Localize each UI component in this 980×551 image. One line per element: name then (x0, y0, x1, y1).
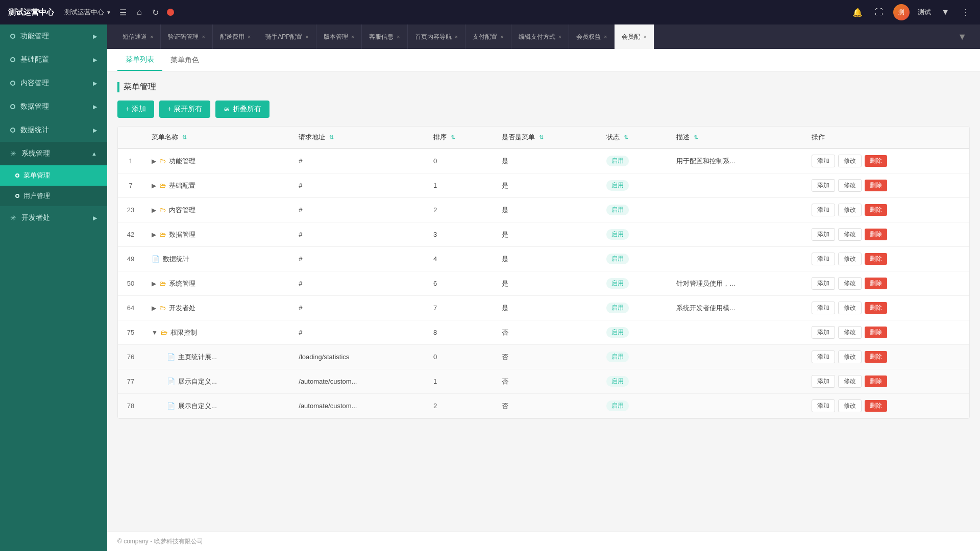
collapse-all-button[interactable]: ≋ 折叠所有 (215, 101, 270, 118)
op-add-button[interactable]: 添加 (812, 253, 835, 265)
expand-btn[interactable]: ▼ (152, 329, 158, 336)
sidebar-sub-item-user-mgmt[interactable]: 用户管理 (0, 186, 107, 206)
more-icon[interactable]: ⋮ (960, 6, 972, 19)
nav-tab-homepage-close[interactable]: × (455, 34, 458, 40)
cell-operations: 添加修改删除 (803, 173, 969, 198)
nav-tab-version-close[interactable]: × (351, 34, 354, 40)
nav-tab-vip-close[interactable]: × (604, 34, 607, 40)
user-chevron-icon[interactable]: ▼ (939, 6, 951, 19)
nav-tab-sms[interactable]: 短信通道 × (115, 24, 161, 49)
sidebar-sub-item-menu-mgmt[interactable]: 菜单管理 (0, 165, 107, 186)
sidebar-item-func[interactable]: 功能管理 ▶ (0, 24, 107, 48)
refresh-icon[interactable]: ↻ (150, 6, 161, 19)
op-add-button[interactable]: 添加 (812, 302, 835, 314)
op-delete-button[interactable]: 删除 (865, 351, 887, 363)
nav-tab-payment-close[interactable]: × (500, 34, 503, 40)
op-add-button[interactable]: 添加 (812, 399, 835, 412)
op-delete-button[interactable]: 删除 (865, 302, 887, 314)
nav-tab-rider-close[interactable]: × (305, 34, 308, 40)
nav-tab-rider[interactable]: 骑手APP配置 × (258, 24, 316, 49)
op-add-button[interactable]: 添加 (812, 326, 835, 339)
nav-tab-payment[interactable]: 支付配置 × (465, 24, 511, 49)
cell-name: ▶🗁内容管理 (143, 198, 290, 222)
op-edit-button[interactable]: 修改 (838, 277, 862, 290)
op-edit-button[interactable]: 修改 (838, 179, 862, 192)
sidebar-item-stats[interactable]: 数据统计 ▶ (0, 118, 107, 142)
nav-tab-delivery[interactable]: 配送费用 × (213, 24, 258, 49)
nav-tab-delivery-close[interactable]: × (248, 34, 251, 40)
op-add-button[interactable]: 添加 (812, 277, 835, 290)
nav-tab-service[interactable]: 客服信息 × (362, 24, 407, 49)
nav-tab-vip2[interactable]: 会员配 × (615, 24, 654, 49)
op-edit-button[interactable]: 修改 (838, 302, 862, 314)
sidebar-item-system[interactable]: ✳ 系统管理 ▲ (0, 142, 107, 165)
cell-path: # (290, 271, 425, 296)
expand-btn[interactable]: ▶ (152, 305, 156, 312)
nav-tab-edit-payment[interactable]: 编辑支付方式 × (511, 24, 569, 49)
nav-tab-service-close[interactable]: × (397, 34, 400, 40)
op-edit-button[interactable]: 修改 (838, 399, 862, 412)
bell-icon[interactable]: 🔔 (850, 6, 865, 19)
op-delete-button[interactable]: 删除 (865, 204, 887, 216)
avatar[interactable]: 测 (893, 4, 910, 20)
expand-btn[interactable]: ▶ (152, 231, 156, 238)
nav-tab-sms-close[interactable]: × (150, 34, 153, 40)
nav-tab-verify[interactable]: 验证码管理 × (161, 24, 212, 49)
cell-sort: 8 (425, 320, 494, 345)
expand-btn[interactable]: ▶ (152, 182, 156, 189)
op-edit-button[interactable]: 修改 (838, 204, 862, 216)
col-path: 请求地址 ⇅ (290, 127, 425, 148)
nav-tab-version[interactable]: 版本管理 × (316, 24, 362, 49)
expand-btn[interactable]: ▶ (152, 207, 156, 214)
op-edit-button[interactable]: 修改 (838, 326, 862, 339)
nav-tab-vip[interactable]: 会员权益 × (569, 24, 615, 49)
fullscreen-icon[interactable]: ⛶ (873, 6, 885, 19)
expand-all-button[interactable]: + 展开所有 (159, 101, 210, 118)
op-edit-button[interactable]: 修改 (838, 155, 862, 167)
op-add-button[interactable]: 添加 (812, 155, 835, 167)
sidebar-item-data[interactable]: 数据管理 ▶ (0, 95, 107, 118)
op-add-button[interactable]: 添加 (812, 375, 835, 388)
op-add-button[interactable]: 添加 (812, 204, 835, 216)
op-edit-button[interactable]: 修改 (838, 253, 862, 265)
add-button[interactable]: + 添加 (117, 101, 154, 118)
op-edit-button[interactable]: 修改 (838, 350, 862, 363)
op-add-button[interactable]: 添加 (812, 350, 835, 363)
op-delete-button[interactable]: 删除 (865, 375, 887, 387)
op-add-button[interactable]: 添加 (812, 179, 835, 192)
op-delete-button[interactable]: 删除 (865, 400, 887, 412)
sidebar-label-stats: 数据统计 (20, 126, 49, 135)
nav-tab-vip2-close[interactable]: × (643, 34, 646, 40)
home-icon[interactable]: ⌂ (135, 6, 144, 19)
op-delete-button[interactable]: 删除 (865, 278, 887, 289)
sidebar-item-content[interactable]: 内容管理 ▶ (0, 71, 107, 95)
top-nav-item[interactable]: 测试运营中心 ▼ (64, 8, 111, 17)
op-delete-button[interactable]: 删除 (865, 180, 887, 191)
op-delete-button[interactable]: 删除 (865, 229, 887, 240)
page-tab-menu-list[interactable]: 菜单列表 (117, 49, 162, 71)
nav-tab-more-icon[interactable]: ▼ (952, 32, 972, 42)
nav-tab-verify-close[interactable]: × (202, 34, 205, 40)
op-add-button[interactable]: 添加 (812, 228, 835, 241)
op-delete-button[interactable]: 删除 (865, 253, 887, 265)
cell-status: 启用 (598, 173, 668, 198)
sidebar-item-basic[interactable]: 基础配置 ▶ (0, 48, 107, 71)
cell-sort: 7 (425, 296, 494, 320)
op-edit-button[interactable]: 修改 (838, 228, 862, 241)
sort-menu-icon[interactable]: ⇅ (539, 134, 544, 140)
sort-sort-icon[interactable]: ⇅ (451, 134, 455, 140)
menu-icon[interactable]: ☰ (117, 6, 129, 19)
op-delete-button[interactable]: 删除 (865, 155, 887, 167)
sort-status-icon[interactable]: ⇅ (624, 134, 628, 140)
nav-tab-homepage[interactable]: 首页内容导航 × (408, 24, 465, 49)
nav-tab-edit-payment-close[interactable]: × (558, 34, 561, 40)
op-delete-button[interactable]: 删除 (865, 327, 887, 338)
sort-desc-icon[interactable]: ⇅ (694, 134, 698, 140)
page-tab-menu-role[interactable]: 菜单角色 (162, 49, 207, 71)
expand-btn[interactable]: ▶ (152, 158, 156, 165)
op-edit-button[interactable]: 修改 (838, 375, 862, 388)
sort-path-icon[interactable]: ⇅ (329, 134, 334, 140)
expand-btn[interactable]: ▶ (152, 280, 156, 287)
sidebar-item-developer[interactable]: ✳ 开发者处 ▶ (0, 206, 107, 230)
sort-name-icon[interactable]: ⇅ (182, 134, 187, 140)
